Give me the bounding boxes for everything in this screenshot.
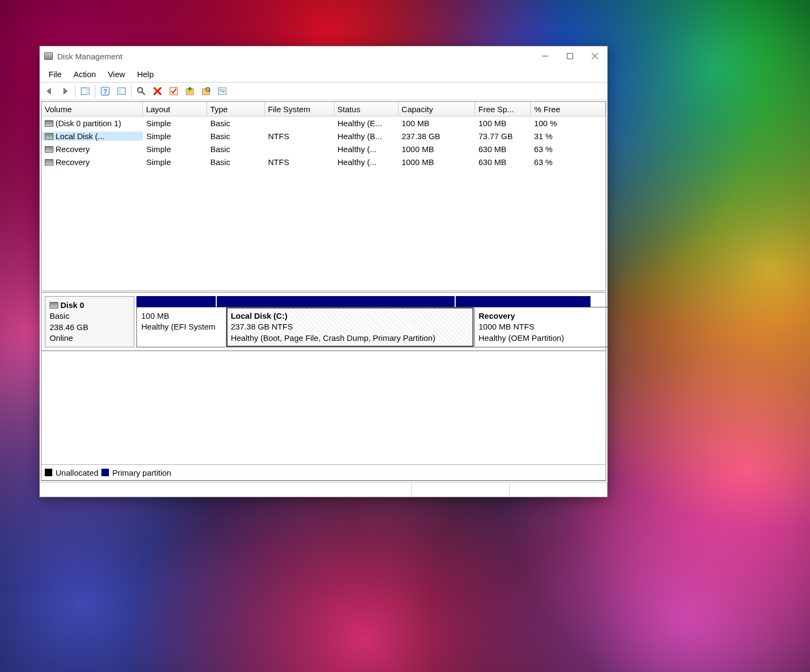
- attach-vhd-button[interactable]: [182, 84, 197, 99]
- cell: Basic: [207, 119, 265, 128]
- cell: 237.38 GB: [399, 132, 476, 141]
- cell: Simple: [143, 145, 207, 154]
- partition-bar-segment: [136, 296, 217, 307]
- cell: 63 %: [531, 157, 606, 167]
- disk-name: Disk 0: [60, 300, 84, 310]
- volume-list: Volume Layout Type File System Status Ca…: [41, 101, 606, 291]
- col-status[interactable]: Status: [334, 102, 399, 116]
- cell: Healthy (...: [334, 145, 399, 154]
- maximize-button[interactable]: [558, 47, 582, 65]
- disk-type: Basic: [50, 311, 129, 321]
- volume-row[interactable]: (Disk 0 partition 1)SimpleBasicHealthy (…: [42, 116, 606, 129]
- cell: Simple: [143, 157, 207, 167]
- menubar: File Action View Help: [40, 66, 607, 83]
- cell: Healthy (...: [334, 157, 399, 167]
- col-capacity[interactable]: Capacity: [399, 102, 476, 116]
- help-button[interactable]: ?: [98, 84, 113, 99]
- back-button[interactable]: [42, 84, 57, 99]
- app-icon: [44, 52, 53, 60]
- cell: 630 MB: [475, 157, 531, 167]
- window: Disk Management File Action View Help ?: [39, 46, 608, 497]
- volume-row[interactable]: RecoverySimpleBasicNTFSHealthy (...1000 …: [42, 155, 606, 168]
- disk-icon: [50, 302, 58, 308]
- svg-rect-9: [118, 88, 121, 94]
- partition-bar-segment: [456, 296, 591, 307]
- statusbar: [40, 482, 607, 497]
- svg-rect-5: [86, 88, 89, 94]
- window-title: Disk Management: [57, 52, 122, 61]
- legend-primary-swatch: [101, 469, 109, 476]
- partition-box[interactable]: 100 MBHealthy (EFI System: [136, 307, 226, 347]
- col-layout[interactable]: Layout: [143, 102, 207, 116]
- cell: 100 %: [531, 119, 606, 128]
- menu-file[interactable]: File: [44, 68, 66, 80]
- show-hide-console-button[interactable]: [78, 84, 93, 99]
- volume-row[interactable]: Local Disk (...SimpleBasicNTFSHealthy (B…: [42, 129, 606, 142]
- legend-primary-label: Primary partition: [112, 468, 171, 477]
- cell: 1000 MB: [399, 145, 476, 154]
- svg-point-10: [138, 87, 142, 92]
- svg-point-23: [223, 91, 224, 93]
- menu-help[interactable]: Help: [133, 68, 158, 80]
- rescan-disks-button[interactable]: [198, 84, 214, 99]
- legend: Unallocated Primary partition: [42, 464, 606, 481]
- svg-rect-19: [218, 88, 226, 94]
- refresh-button[interactable]: [134, 84, 149, 99]
- volume-row[interactable]: RecoverySimpleBasicHealthy (...1000 MB63…: [42, 142, 606, 155]
- cell: Basic: [207, 132, 265, 141]
- col-filesystem[interactable]: File System: [265, 102, 334, 116]
- disk-row: Disk 0 Basic 238.46 GB Online 100 MBHeal…: [42, 293, 606, 351]
- col-freespace[interactable]: Free Sp...: [475, 102, 531, 116]
- cell: (Disk 0 partition 1): [42, 119, 143, 128]
- partition-boxes: 100 MBHealthy (EFI SystemLocal Disk (C:)…: [136, 307, 602, 347]
- show-hide-action-pane-button[interactable]: [114, 84, 129, 99]
- partition-bar: [136, 296, 602, 307]
- delete-button[interactable]: [150, 84, 165, 99]
- status-pane-1: [40, 483, 412, 497]
- toolbar-separator: [95, 85, 95, 98]
- svg-text:?: ?: [103, 88, 107, 95]
- cell: NTFS: [265, 157, 334, 167]
- cell: Recovery: [42, 157, 143, 167]
- properties-button[interactable]: [166, 84, 181, 99]
- close-button[interactable]: [582, 47, 607, 65]
- menu-view[interactable]: View: [104, 68, 129, 80]
- forward-button[interactable]: [58, 84, 73, 99]
- window-controls: [533, 47, 607, 65]
- status-pane-3: [510, 483, 607, 497]
- legend-unallocated-label: Unallocated: [56, 468, 98, 477]
- col-volume[interactable]: Volume: [42, 102, 143, 116]
- col-type[interactable]: Type: [207, 102, 265, 116]
- menu-action[interactable]: Action: [69, 68, 100, 80]
- disk-info-box[interactable]: Disk 0 Basic 238.46 GB Online: [45, 296, 134, 347]
- disk-state: Online: [50, 333, 129, 344]
- status-pane-2: [412, 483, 510, 497]
- disk-size: 238.46 GB: [50, 322, 129, 333]
- toolbar-separator: [131, 85, 132, 98]
- col-pct-free[interactable]: % Free: [531, 102, 606, 116]
- partition-box[interactable]: Recovery1000 MB NTFSHealthy (OEM Partiti…: [474, 307, 619, 347]
- cell: Local Disk (...: [42, 132, 143, 141]
- volume-list-body: (Disk 0 partition 1)SimpleBasicHealthy (…: [42, 116, 606, 291]
- partition-column: 100 MBHealthy (EFI SystemLocal Disk (C:)…: [136, 296, 602, 347]
- svg-line-11: [142, 92, 145, 95]
- cell: Healthy (E...: [334, 119, 399, 128]
- cell: Simple: [143, 132, 207, 141]
- svg-point-22: [219, 89, 221, 91]
- partition-bar-segment: [217, 296, 456, 307]
- cell: Recovery: [42, 145, 143, 154]
- disk-map: Disk 0 Basic 238.46 GB Online 100 MBHeal…: [41, 292, 606, 481]
- partition-box[interactable]: Local Disk (C:)237.38 GB NTFSHealthy (Bo…: [226, 307, 474, 347]
- cell: Basic: [207, 157, 265, 167]
- cell: Healthy (B...: [334, 132, 399, 141]
- cell: 63 %: [531, 145, 606, 154]
- cell: Basic: [207, 145, 265, 154]
- settings-button[interactable]: [215, 84, 230, 99]
- minimize-button[interactable]: [533, 47, 558, 65]
- titlebar[interactable]: Disk Management: [40, 46, 607, 66]
- cell: 31 %: [531, 132, 606, 141]
- disk-map-empty: [42, 351, 606, 464]
- legend-unallocated-swatch: [45, 469, 52, 476]
- cell: 100 MB: [399, 119, 476, 128]
- cell: 73.77 GB: [475, 132, 531, 141]
